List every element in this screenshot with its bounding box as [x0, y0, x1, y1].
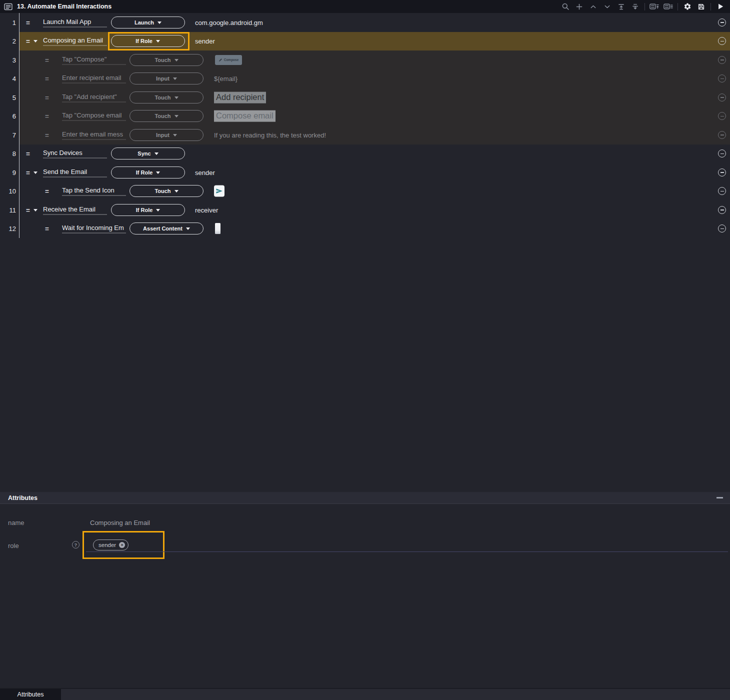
action-type-dropdown[interactable]: If Role — [111, 35, 185, 47]
drag-handle[interactable]: = — [45, 188, 49, 195]
step-name-field[interactable]: Tap "Add recipient" — [62, 92, 126, 102]
step-value[interactable]: com.google.android.gm — [195, 18, 263, 26]
remove-step-button[interactable] — [718, 37, 726, 45]
step-value[interactable]: sender — [195, 38, 215, 45]
drag-handle[interactable]: = — [26, 150, 30, 158]
target-preview-text[interactable]: Compose email — [214, 110, 276, 122]
step-name-field[interactable]: Tap "Compose email — [62, 112, 126, 121]
remove-step-button[interactable] — [718, 56, 726, 64]
step-name-field[interactable]: Composing an Email — [43, 36, 107, 46]
move-up-icon[interactable] — [588, 2, 598, 12]
search-icon[interactable] — [560, 2, 570, 12]
collapse-caret-icon[interactable] — [34, 172, 38, 174]
remove-step-button[interactable] — [718, 131, 726, 139]
title-bar: 13. Automate Email Interactions — [0, 0, 730, 13]
step-row: 11=Receive the EmailIf Rolereceiver — [0, 200, 730, 220]
action-type-dropdown[interactable]: Launch — [111, 16, 185, 28]
step-name-field[interactable]: Wait for Incoming Em — [62, 224, 126, 234]
action-type-dropdown[interactable]: Input — [130, 72, 204, 84]
action-type-label: If Role — [136, 170, 153, 176]
step-name-field[interactable]: Tap the Send Icon — [62, 186, 126, 196]
step-number: 8 — [0, 150, 16, 158]
dropdown-caret-icon — [174, 115, 178, 118]
run-play-icon[interactable] — [716, 2, 725, 12]
role-chip[interactable]: sender × — [93, 540, 128, 550]
expand-all-icon[interactable] — [630, 2, 640, 12]
collapse-caret-icon[interactable] — [34, 40, 38, 42]
script-log-icon — [4, 3, 12, 10]
collapse-caret-icon[interactable] — [34, 209, 38, 212]
tab-attributes[interactable]: Attributes — [0, 689, 61, 700]
step-row: 7=Enter the email messInputIf you are re… — [0, 126, 730, 144]
step-name-field[interactable]: Receive the Email — [43, 205, 107, 214]
step-name-field[interactable]: Sync Devices — [43, 149, 107, 158]
drag-handle[interactable]: = — [45, 56, 49, 64]
drag-handle[interactable]: = — [45, 131, 49, 138]
drag-handle[interactable]: = — [45, 75, 49, 82]
save-icon[interactable] — [696, 2, 706, 12]
drag-handle[interactable]: = — [45, 112, 49, 120]
action-type-dropdown[interactable]: Assert Content — [130, 222, 204, 234]
name-field-value[interactable]: Composing an Email — [90, 519, 150, 526]
step-name-field[interactable]: Tap "Compose" — [62, 55, 126, 64]
drag-handle[interactable]: = — [45, 94, 49, 101]
drag-handle[interactable]: = — [45, 225, 49, 232]
tutorial-highlight-box: If Role — [108, 32, 190, 51]
remove-step-button[interactable] — [718, 112, 726, 120]
step-number: 9 — [0, 168, 16, 176]
action-type-dropdown[interactable]: If Role — [111, 166, 185, 178]
settings-gear-icon[interactable] — [682, 2, 692, 12]
action-type-dropdown[interactable]: Touch — [130, 185, 204, 197]
drag-handle[interactable]: = — [26, 168, 30, 176]
step-name-field[interactable]: Send the Email — [43, 168, 107, 177]
step-row: 6=Tap "Compose emailTouchCompose email — [0, 107, 730, 126]
target-preview-screenshot[interactable] — [215, 223, 220, 234]
action-type-label: Touch — [154, 57, 170, 63]
action-type-dropdown[interactable]: If Role — [111, 204, 185, 216]
action-type-dropdown[interactable]: Touch — [130, 54, 204, 66]
panel-expand-icon[interactable] — [664, 2, 673, 12]
step-value[interactable]: ${email} — [214, 75, 238, 82]
target-preview-text[interactable]: Add recipient — [214, 92, 266, 103]
step-guide-line — [19, 13, 20, 238]
dropdown-caret-icon — [154, 152, 158, 155]
toolbar — [560, 2, 725, 12]
minimize-icon[interactable] — [716, 497, 723, 498]
drag-handle[interactable]: = — [26, 206, 30, 214]
remove-step-button[interactable] — [718, 74, 726, 82]
step-number: 11 — [0, 206, 16, 214]
step-name-field[interactable]: Enter the email mess — [62, 130, 126, 140]
step-value[interactable]: sender — [195, 168, 215, 176]
action-type-label: Sync — [138, 150, 150, 156]
collapse-all-icon[interactable] — [616, 2, 626, 12]
drag-handle[interactable]: = — [26, 38, 30, 45]
target-preview-compose-button[interactable]: Compose — [215, 55, 242, 65]
name-field-label: name — [8, 519, 24, 526]
action-type-dropdown[interactable]: Input — [130, 129, 204, 141]
remove-step-button[interactable] — [718, 224, 726, 232]
action-type-dropdown[interactable]: Touch — [130, 110, 204, 122]
remove-role-icon[interactable]: × — [119, 542, 125, 548]
step-number: 5 — [0, 94, 16, 101]
help-icon[interactable]: ? — [72, 541, 80, 548]
step-name-field[interactable]: Enter recipient email — [62, 74, 126, 84]
target-preview-send-icon[interactable] — [214, 186, 224, 197]
action-type-dropdown[interactable]: Touch — [130, 92, 204, 104]
remove-step-button[interactable] — [718, 18, 726, 26]
remove-step-button[interactable] — [718, 168, 726, 176]
remove-step-button[interactable] — [718, 206, 726, 214]
remove-step-button[interactable] — [718, 150, 726, 158]
remove-step-button[interactable] — [718, 94, 726, 102]
action-type-dropdown[interactable]: Sync — [111, 148, 185, 160]
step-name-field[interactable]: Launch Mail App — [43, 18, 107, 27]
panel-collapse-icon[interactable] — [650, 2, 659, 12]
remove-step-button[interactable] — [718, 187, 726, 195]
step-value[interactable]: If you are reading this, the test worked… — [214, 131, 326, 138]
drag-handle[interactable]: = — [26, 18, 30, 26]
step-number: 7 — [0, 131, 16, 138]
move-down-icon[interactable] — [602, 2, 612, 12]
add-step-icon[interactable] — [574, 2, 584, 12]
step-number: 1 — [0, 18, 16, 26]
step-value[interactable]: receiver — [195, 206, 218, 214]
role-chip-label: sender — [98, 542, 116, 548]
